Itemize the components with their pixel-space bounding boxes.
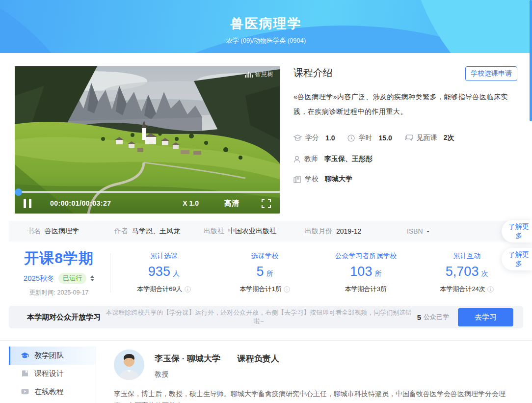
fullscreen-button[interactable] [262, 199, 271, 208]
zhihuishu-watermark: 智慧树 [245, 70, 274, 79]
term-selector-arrows[interactable] [90, 275, 94, 281]
watermark-label: 智慧树 [255, 70, 274, 79]
teacher-role: 课程负责人 [238, 354, 279, 363]
stat-label: 累计选课 [113, 252, 214, 261]
running-status-badge: 已运行 [58, 273, 86, 284]
stat-sub: 本学期合计1所 [240, 285, 282, 294]
book-month-label: 出版月份 [305, 227, 332, 236]
public-learner-count: 5 [417, 313, 421, 322]
book-publisher: 中国农业出版社 [228, 227, 276, 236]
video-time: 00:00:01/00:03:27 [50, 199, 111, 207]
stat-value: 5,703 [446, 264, 479, 279]
book-name-label: 书名 [27, 227, 41, 236]
stat-unit: 所 [374, 269, 381, 277]
tab-teaching-team[interactable]: 教学团队 [9, 347, 96, 365]
tab-course-design[interactable]: 课程设计 [9, 365, 96, 383]
tab-label: 课程设计 [34, 369, 64, 378]
intro-title: 课程介绍 [293, 66, 333, 80]
teacher-bio: 李玉保，博士后，教授，硕士生导师。聊城大学畜禽疫病研究中心主任，聊城市科技特派员… [114, 388, 512, 403]
stat-public-schools: 公众学习者所属学校 103所 本学期合计3所 [316, 252, 417, 294]
hours-label: 学时 [358, 134, 372, 142]
course-category: 农学 (09)/动物医学类 (0904) [0, 36, 532, 45]
scrollbar-thumb[interactable] [530, 0, 532, 121]
tab-meeting-class[interactable]: 见面课 [9, 401, 96, 403]
go-study-button[interactable]: 去学习 [458, 308, 513, 326]
top-section: 智慧树 00:00:01/00:03:27 X 1.0 高清 课程介绍 学校选课… [0, 53, 532, 214]
credit-cap-icon [293, 134, 302, 142]
quality-button[interactable]: 高清 [224, 199, 239, 208]
meeting-label: 见面课 [417, 134, 437, 142]
stat-label: 选课学校 [214, 252, 316, 261]
hours-value: 15.0 [378, 134, 392, 142]
current-term: 2025秋冬 [24, 274, 54, 283]
update-time: 更新时间: 2025-09-17 [15, 289, 103, 297]
tab-label: 教学团队 [34, 351, 64, 360]
pause-button[interactable] [24, 199, 31, 208]
info-icon[interactable] [487, 286, 494, 293]
teacher-profile: 李玉保 · 聊城大学 课程负责人 教授 李玉保，博士后，教授，硕士生导师。聊城大… [96, 347, 532, 403]
course-title: 兽医病理学 [0, 15, 532, 32]
school-building-icon [293, 176, 301, 183]
soundbars-icon [245, 71, 253, 78]
tab-online-tutorial[interactable]: 在线教程 [9, 383, 96, 401]
teacher-name: 李玉保 · 聊城大学 [155, 354, 220, 363]
stat-schools: 选课学校 5所 本学期合计1所 [214, 252, 316, 294]
stat-label: 公众学习者所属学校 [316, 252, 417, 261]
course-header-banner: 兽医病理学 农学 (09)/动物医学类 (0904) [0, 0, 532, 53]
meeting-value: 2次 [444, 134, 454, 142]
course-description: «兽医病理学»内容广泛、涉及的疾病种类繁多，能够指导兽医临床实践，在疾病诊断过程… [293, 89, 517, 119]
stat-sub: 本学期合计69人 [137, 285, 182, 294]
credit-value: 1.0 [325, 134, 335, 142]
school-label: 学校 [305, 175, 319, 184]
book-icon [21, 370, 29, 377]
teacher-person-icon [293, 156, 301, 163]
semester-count-title: 开课8学期 [15, 248, 103, 269]
vertical-divider [110, 253, 110, 293]
video-play-icon [21, 389, 29, 395]
info-icon[interactable] [185, 286, 191, 293]
info-icon[interactable] [284, 286, 290, 293]
graduation-cap-icon [21, 352, 29, 359]
know-more-button[interactable]: 了解更多 [502, 248, 532, 270]
stat-value: 103 [350, 264, 372, 279]
teacher-names: 李玉保、王彤彤 [324, 155, 372, 163]
stat-unit: 所 [266, 269, 273, 277]
book-publisher-label: 出版社 [204, 227, 224, 236]
playback-speed-button[interactable]: X 1.0 [183, 199, 199, 207]
book-name: 兽医病理学 [45, 227, 79, 236]
stat-sub: 本学期合计24次 [440, 285, 485, 294]
course-page: 兽医病理学 农学 (09)/动物医学类 (0904) [0, 0, 532, 403]
bottom-section: 教学团队 课程设计 在线教程 见面课 [0, 341, 532, 403]
textbook-info-bar: 书名兽医病理学 作者马学恩、王凤龙 出版社中国农业出版社 出版月份2019-12… [9, 221, 523, 242]
stat-value: 5 [257, 264, 264, 279]
public-learning-banner: 本学期对公众开放学习 本课程除跨校共享的【学分课】运行外，还对公众开放，右侧【去… [9, 306, 523, 328]
scrollbar[interactable] [530, 0, 532, 403]
book-isbn-label: ISBN [407, 227, 423, 235]
video-controls: 00:00:01/00:03:27 X 1.0 高清 [15, 193, 280, 214]
course-video-player[interactable]: 智慧树 00:00:01/00:03:27 X 1.0 高清 [15, 66, 280, 214]
course-intro: 课程介绍 学校选课申请 «兽医病理学»内容广泛、涉及的疾病种类繁多，能够指导兽医… [280, 66, 517, 214]
teacher-avatar [114, 349, 144, 380]
book-author-label: 作者 [114, 227, 128, 236]
public-learner-suffix: 公众已学 [424, 313, 449, 322]
book-month: 2019-12 [336, 227, 361, 235]
school-apply-button[interactable]: 学校选课申请 [465, 66, 517, 81]
credit-label: 学分 [305, 134, 319, 142]
section-sidebar: 教学团队 课程设计 在线教程 见面课 [9, 347, 96, 403]
book-isbn: - [427, 227, 429, 235]
meeting-chat-icon [405, 134, 413, 142]
banner-description: 本课程除跨校共享的【学分课】运行外，还对公众开放，右侧【去学习】按钮即可看全部视… [101, 308, 417, 326]
stat-sub: 本学期合计3所 [345, 285, 387, 294]
know-more-button[interactable]: 了解更多 [502, 220, 532, 242]
banner-title: 本学期对公众开放学习 [27, 313, 101, 322]
course-stats: 开课8学期 2025秋冬 已运行 更新时间: 2025-09-17 累计选课 9… [0, 242, 532, 300]
tab-label: 在线教程 [34, 387, 64, 397]
book-author: 马学恩、王凤龙 [132, 227, 180, 236]
school-name: 聊城大学 [325, 175, 352, 184]
stat-value: 935 [148, 264, 170, 279]
hours-clock-icon [347, 134, 355, 142]
teacher-title: 教授 [155, 370, 279, 379]
stat-unit: 次 [481, 269, 488, 277]
stat-unit: 人 [173, 269, 180, 277]
teacher-label: 教师 [304, 155, 318, 163]
